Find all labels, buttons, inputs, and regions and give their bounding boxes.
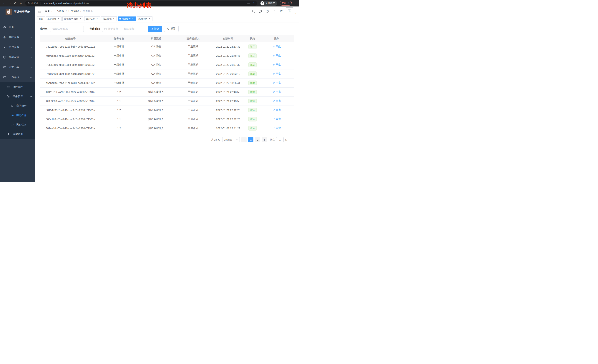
next-page-button[interactable]: › bbox=[262, 137, 267, 142]
goto-page-input[interactable] bbox=[276, 137, 284, 142]
table-row: 580e1b3d-7ac8-11ec-a9e2-a2380e71991a1.1测… bbox=[40, 115, 294, 124]
table-row: 75d72608-7b7f-11ec-a3c8-acde48001122一级审批… bbox=[40, 69, 294, 78]
sidebar-item[interactable]: ⚙系统管理 bbox=[0, 32, 35, 42]
dashboard-icon bbox=[3, 26, 6, 29]
status-badge: 激活 bbox=[249, 108, 257, 112]
task-id-cell: 725a1eb6-7b88-11ec-8ef0-acde48001122 bbox=[40, 60, 101, 69]
tab[interactable]: 已办任务× bbox=[84, 16, 100, 21]
process-cell: OA 请假 bbox=[137, 60, 175, 69]
sidebar-item[interactable]: 请假查询 bbox=[0, 129, 35, 139]
close-icon[interactable]: × bbox=[96, 18, 98, 20]
sidebar-item[interactable]: 已办任务 bbox=[0, 120, 35, 129]
sidebar-item[interactable]: 工作流程 bbox=[0, 72, 35, 82]
sidebar-logo-row[interactable]: 芋道管理系统 bbox=[0, 7, 35, 17]
tab[interactable]: 发起流程× bbox=[46, 16, 61, 21]
reset-button[interactable]: 重置 bbox=[164, 26, 179, 32]
sidebar-toggle-icon[interactable] bbox=[38, 9, 42, 13]
sidebar-item[interactable]: 任务管理 bbox=[0, 92, 35, 101]
page-button[interactable]: 2 bbox=[255, 137, 260, 142]
breadcrumb-workflow[interactable]: 工作流程 bbox=[54, 9, 64, 13]
prev-page-button[interactable]: ‹ bbox=[241, 137, 247, 142]
incognito-label: 无痕模式 bbox=[266, 2, 275, 5]
date-range-input[interactable]: 开始日期 - 结束日期 bbox=[102, 26, 145, 32]
sidebar-item[interactable]: 待办任务 bbox=[0, 111, 35, 120]
sidebar-item[interactable]: 研发工具 bbox=[0, 62, 35, 72]
avatar-dropdown-icon[interactable]: ▾ bbox=[295, 12, 296, 15]
sidebar-item[interactable]: 首页 bbox=[0, 22, 35, 32]
tab[interactable]: 首页 bbox=[37, 16, 45, 21]
fullscreen-icon[interactable] bbox=[272, 9, 276, 13]
sidebar-item[interactable]: 基础设施 bbox=[0, 52, 35, 62]
approve-link[interactable]: 审批 bbox=[273, 90, 281, 94]
close-icon[interactable]: × bbox=[132, 18, 134, 20]
tab[interactable]: 我的流程× bbox=[101, 16, 117, 21]
avatar[interactable] bbox=[286, 8, 293, 15]
create-time-cell: 2022-01-21 22:43:55 bbox=[211, 97, 245, 105]
date-range-separator: - bbox=[121, 27, 122, 30]
sidebar-item[interactable]: 我的流程 bbox=[0, 101, 35, 111]
sidebar-item[interactable]: ¥支付管理 bbox=[0, 42, 35, 52]
divider bbox=[41, 2, 41, 5]
page-button[interactable]: 1 bbox=[248, 137, 253, 142]
approve-link[interactable]: 审批 bbox=[273, 99, 281, 103]
briefcase-icon bbox=[3, 76, 6, 79]
close-icon[interactable]: × bbox=[57, 18, 60, 20]
close-icon[interactable]: × bbox=[148, 18, 151, 20]
approve-link[interactable]: 审批 bbox=[273, 108, 281, 112]
process-name-input[interactable] bbox=[50, 26, 84, 32]
help-icon[interactable]: ? bbox=[265, 9, 269, 13]
breadcrumb-task-mgmt[interactable]: 任务管理 bbox=[68, 9, 79, 13]
browser-back-icon[interactable]: ← bbox=[2, 1, 7, 6]
task-id-cell: 8f0d1619-7ac8-11ec-a9e2-a2380e71991a bbox=[40, 87, 101, 97]
page-size-select[interactable]: 10条/页 bbox=[222, 137, 240, 142]
face-icon bbox=[11, 104, 14, 107]
eye-icon bbox=[11, 114, 14, 117]
approve-link[interactable]: 审批 bbox=[273, 54, 281, 57]
approve-link[interactable]: 审批 bbox=[273, 117, 281, 121]
chevron-down-icon bbox=[30, 86, 32, 88]
approve-link[interactable]: 审批 bbox=[273, 126, 281, 130]
approve-link[interactable]: 审批 bbox=[273, 81, 281, 84]
col-create-time: 创建时间 bbox=[211, 35, 245, 42]
chevron-down-icon bbox=[30, 56, 32, 58]
tab-label: 发起流程 bbox=[47, 17, 56, 20]
browser-reload-icon[interactable]: ⟳ bbox=[13, 1, 18, 6]
browser-update-button[interactable]: 更新 ⋮ bbox=[280, 1, 292, 6]
table-row: 381aa1dd-7ac8-11ec-a9e2-a2380e71991a1.2测… bbox=[40, 124, 294, 133]
tab[interactable]: 流程详情× bbox=[137, 16, 152, 21]
github-icon[interactable] bbox=[258, 9, 262, 13]
sidebar-item[interactable]: 流程管理 bbox=[0, 82, 35, 92]
process-cell: 测试多审批人 bbox=[137, 97, 175, 105]
close-icon[interactable]: × bbox=[112, 18, 115, 20]
total-count: 共 16 条 bbox=[211, 138, 220, 141]
create-time-cell: 2022-01-22 23:53:32 bbox=[211, 42, 245, 51]
bookmark-star-icon[interactable]: ☆ bbox=[252, 2, 255, 5]
search-icon[interactable] bbox=[252, 9, 255, 13]
breadcrumb-home[interactable]: 首页 bbox=[45, 9, 50, 13]
address-bar[interactable]: 不安全 dashboard.yudao.iocoder.cn/bpm/task/… bbox=[25, 1, 257, 6]
sidebar-menu: 首页⚙系统管理¥支付管理基础设施研发工具工作流程流程管理任务管理我的流程待办任务… bbox=[0, 22, 35, 139]
process-cell: 测试多审批人 bbox=[137, 115, 175, 124]
tab-label: 流程详情 bbox=[138, 17, 147, 20]
browser-home-icon[interactable]: ⌂ bbox=[18, 1, 23, 6]
task-id-cell: 73211d9d-7b9b-11ec-b5b7-acde48001122 bbox=[40, 42, 101, 51]
starter-cell: 芋道源码 bbox=[175, 42, 211, 51]
tab[interactable]: 流程表单-编辑× bbox=[62, 16, 83, 21]
browser-menu-icon[interactable]: ⋮ bbox=[288, 2, 290, 5]
close-icon[interactable]: × bbox=[79, 18, 82, 20]
font-size-icon[interactable]: TT bbox=[279, 9, 283, 13]
active-dot bbox=[119, 18, 121, 20]
search-button[interactable]: 搜索 bbox=[148, 26, 162, 32]
col-starter: 流程发起人 bbox=[175, 35, 211, 42]
tab[interactable]: 待办任务× bbox=[118, 16, 136, 21]
sidebar-submenu: 流程管理任务管理我的流程待办任务已办任务请假查询 bbox=[0, 82, 35, 139]
browser-forward-icon[interactable]: → bbox=[8, 1, 12, 6]
starter-cell: 芋道源码 bbox=[175, 115, 211, 124]
approve-link[interactable]: 审批 bbox=[273, 72, 281, 75]
create-time-cell: 2022-01-21 22:42:23 bbox=[211, 105, 245, 115]
password-key-icon[interactable] bbox=[247, 2, 250, 5]
approve-link[interactable]: 审批 bbox=[273, 63, 281, 66]
approve-link[interactable]: 审批 bbox=[273, 45, 281, 48]
status-badge: 激活 bbox=[249, 62, 257, 67]
goto-label: 前往 bbox=[270, 138, 275, 141]
